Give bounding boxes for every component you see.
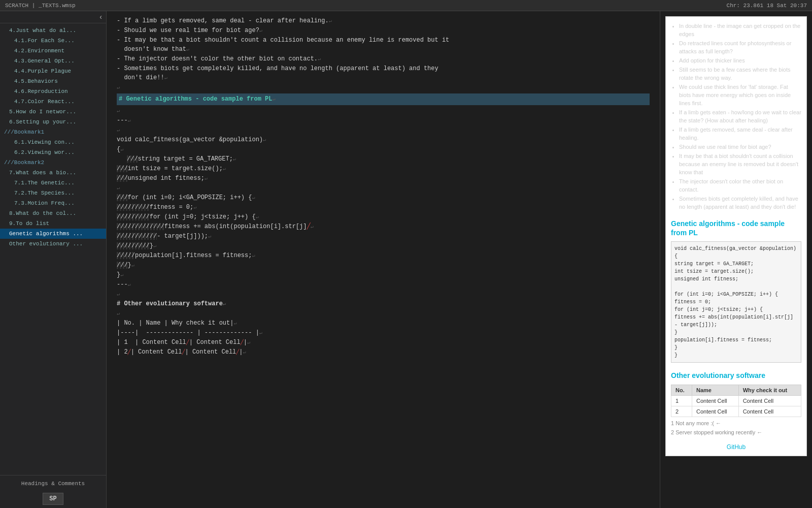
code-line: void calc_fitness(ga_vector &population)… — [117, 135, 650, 145]
code-box-line: } — [674, 352, 798, 359]
section-heading-2: # Other evolutionary software↵ — [117, 299, 650, 309]
right-bullet-list: In double line - the image can get cropp… — [671, 22, 801, 211]
right-table-head: No.NameWhy check it out — [671, 385, 801, 395]
section-heading-1: # Genetic algorithms - code sample from … — [117, 93, 650, 105]
editor-line: - Should we use real time for biot age?↵ — [117, 26, 650, 36]
sidebar-item[interactable]: ///Bookmark1 — [0, 127, 106, 137]
editor-text-area: - If a limb gets removed, same deal - cl… — [117, 16, 650, 92]
code-box-line: } — [674, 329, 798, 336]
code-box-line: for (int i=0; i<GA_POPSIZE; i++) { — [674, 291, 798, 298]
right-section-genetic: Genetic algorithms - code sample from PL… — [671, 219, 801, 363]
bullet-item: Should we use real time for biot age? — [679, 143, 801, 151]
collapse-icon[interactable]: ‹ — [99, 13, 103, 21]
right-table-body: 1Content CellContent Cell2Content CellCo… — [671, 395, 801, 417]
sidebar-item[interactable]: 4.2.Environment — [0, 46, 106, 56]
code-box-line: for (int j=0; j<tsize; j++) { — [674, 306, 798, 313]
sidebar-item[interactable]: Genetic algorithms ... — [0, 229, 106, 239]
bullet-item: Do retracted lines count for photosynthe… — [679, 39, 801, 55]
github-link-container: GitHub — [671, 443, 801, 451]
editor-line: ↵ — [117, 309, 650, 319]
right-panel: In double line - the image can get cropp… — [660, 11, 812, 508]
sidebar-item[interactable]: ///Bookmark2 — [0, 157, 106, 168]
footnote-item: 2 Server stopped working recently ← — [671, 429, 801, 435]
sidebar-item[interactable]: 7.What does a bio... — [0, 168, 106, 178]
sidebar-item[interactable]: 7.3.Motion Freq... — [0, 198, 106, 208]
headings-comments-label[interactable]: Headings & Comments — [3, 479, 103, 489]
editor-line: ↵ — [117, 83, 650, 92]
code-line: }↵ — [117, 270, 650, 280]
right-section-title-2: Other evolutionary software — [671, 371, 801, 380]
sidebar-item[interactable]: Other evolutionary ... — [0, 239, 106, 249]
code-line: ///}↵ — [117, 261, 650, 270]
sidebar-footer: Headings & Comments SP — [0, 475, 106, 508]
table-line: | No. | Name | Why check it out|↵ — [117, 319, 650, 328]
table-line: | 2╱| Content Cell╱| Content Cell╱|↵ — [117, 347, 650, 357]
table-line: | 1 | Content Cell╱| Content Cell╱|↵ — [117, 338, 650, 347]
editor-line: ↵ — [117, 106, 650, 116]
editor-line: don't die!!↵ — [117, 73, 650, 83]
sidebar-item[interactable]: 4.5.Behaviors — [0, 76, 106, 86]
code-box-line — [674, 283, 798, 291]
sidebar-item[interactable]: 7.2.The Species... — [0, 188, 106, 198]
sidebar-item[interactable]: 4.3.General Opt... — [0, 56, 106, 66]
table-cell: Content Cell — [692, 395, 739, 406]
topbar: SCRATCH | _TEXTS.wmsp Chr: 23.861 18 Sat… — [0, 0, 812, 11]
code-line: /////////fitness = 0;↵ — [117, 203, 650, 212]
code-line: ///unsigned int fitness;↵ — [117, 174, 650, 183]
sidebar-item[interactable]: 6.1.Viewing con... — [0, 137, 106, 147]
table-row: 2Content CellContent Cell — [671, 406, 801, 417]
sidebar-item[interactable]: 6.2.Viewing wor... — [0, 147, 106, 157]
sidebar-item[interactable]: 7.1.The Genetic... — [0, 178, 106, 188]
table-cell: Content Cell — [738, 395, 801, 406]
sidebar-item[interactable]: 6.Setting up your... — [0, 117, 106, 127]
bullet-item: Still seems to be a few cases where the … — [679, 66, 801, 82]
code-box-line: fitness = 0; — [674, 298, 798, 306]
editor-line: - It may be that a biot shouldn't count … — [117, 36, 650, 45]
code-line: ///for (int i=0; i<GA_POPSIZE; i++) {↵ — [117, 193, 650, 203]
code-line: ↵ — [117, 290, 650, 299]
sidebar-item[interactable]: 4.Just what do al... — [0, 25, 106, 36]
table-cell: Content Cell — [738, 406, 801, 417]
table-cell: 2 — [671, 406, 692, 417]
sidebar-content: 4.Just what do al...4.1.For Each Se...4.… — [0, 23, 106, 475]
editor[interactable]: - If a limb gets removed, same deal - cl… — [107, 11, 660, 508]
code-box-line: - target[j])); — [674, 321, 798, 329]
code-box-line: int tsize = target.size(); — [674, 268, 798, 275]
right-section-evolutionary: Other evolutionary software No.NameWhy c… — [671, 371, 801, 435]
table-cell: Content Cell — [692, 406, 739, 417]
sidebar-item[interactable]: 4.1.For Each Se... — [0, 36, 106, 46]
code-line: ---↵ — [117, 116, 650, 125]
editor-line: - The injector doesn't color the other b… — [117, 54, 650, 64]
code-box-line: fitness += abs(int(population[i].str[j] — [674, 313, 798, 321]
table-header-cell: Why check it out — [738, 385, 801, 395]
bullet-item: If a limb gets removed, same deal - clea… — [679, 125, 801, 142]
right-code-box: void calc_fitness(ga_vector &population)… — [671, 241, 801, 363]
sidebar-item[interactable]: 9.To do list — [0, 218, 106, 229]
bullet-item: In double line - the image can get cropp… — [679, 22, 801, 38]
code-box-line: void calc_fitness(ga_vector &population) — [674, 245, 798, 252]
github-link[interactable]: GitHub — [727, 443, 746, 451]
sidebar-item[interactable]: 4.4.Purple Plague — [0, 66, 106, 76]
table-header-cell: No. — [671, 385, 692, 395]
sidebar-item[interactable]: 5.How do I networ... — [0, 107, 106, 117]
sidebar-item[interactable]: 8.What do the col... — [0, 208, 106, 218]
code-box-line: { — [674, 252, 798, 260]
code-line: ///int tsize = target.size();↵ — [117, 164, 650, 174]
table-cell: 1 — [671, 395, 692, 406]
topbar-title: SCRATCH | _TEXTS.wmsp — [5, 3, 76, 9]
code-line: ↵ — [117, 125, 650, 135]
code-line: ///////////- target[j]));↵ — [117, 232, 650, 241]
editor-line: doesn't know that↵ — [117, 45, 650, 54]
bullet-item: Add option for thicker lines — [679, 56, 801, 65]
code-box-line: population[i].fitness = fitness; — [674, 336, 798, 344]
code-box-line: unsigned int fitness; — [674, 275, 798, 283]
sp-button[interactable]: SP — [43, 493, 63, 505]
bullet-item: We could use thick lines for 'fat' stora… — [679, 83, 801, 107]
sidebar-header: ‹ — [0, 11, 106, 23]
code-line: {↵ — [117, 145, 650, 154]
right-table: No.NameWhy check it out 1Content CellCon… — [671, 385, 801, 417]
sidebar-item[interactable]: 4.7.Color React... — [0, 97, 106, 107]
table-header-row: No.NameWhy check it out — [671, 385, 801, 395]
sidebar-item[interactable]: 4.6.Reproduction — [0, 86, 106, 97]
bullet-item: If a limb gets eaten - how/long do we wa… — [679, 108, 801, 124]
